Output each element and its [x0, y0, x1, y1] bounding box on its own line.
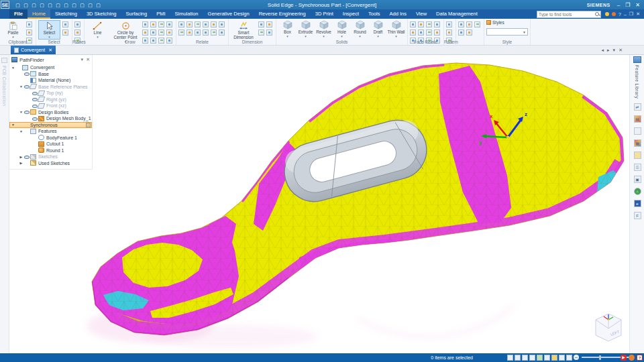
expand-arrow-icon[interactable]: ▶ [19, 161, 23, 165]
visibility-eye-icon[interactable] [15, 65, 22, 70]
item-features[interactable]: ▼ Features [9, 128, 92, 135]
help-icon[interactable]: ? [637, 355, 643, 361]
zoom-icon[interactable] [522, 355, 528, 361]
help-icon[interactable]: ? [619, 12, 621, 17]
item-right-yz-[interactable]: Right (yz) [9, 97, 92, 103]
sketch-view-icon[interactable] [551, 355, 557, 361]
visibility-eye-icon[interactable] [23, 71, 30, 76]
status-orange-icon[interactable] [612, 12, 616, 16]
offset-face-icon[interactable] [434, 21, 440, 27]
item-top-xy-[interactable]: Top (xy) [9, 90, 92, 97]
style-dropdown[interactable]: ▼ [486, 28, 528, 36]
offset-icon[interactable] [166, 21, 172, 27]
point-icon[interactable] [142, 29, 148, 36]
visibility-eye-icon[interactable] [23, 129, 30, 134]
item-revolve[interactable]: Revolve▾ [315, 20, 333, 40]
dropdown-icon[interactable]: ▢ [23, 2, 29, 8]
view-overrides-icon[interactable] [559, 355, 565, 361]
sync-toggle-icon[interactable]: ▢ [95, 2, 101, 8]
print-icon[interactable]: ▢ [47, 2, 53, 8]
rotate-view-icon[interactable] [544, 355, 550, 361]
key-icon[interactable]: ⚿ [634, 164, 641, 171]
theme-icon[interactable]: ▢ [71, 2, 77, 8]
rigid-set-icon[interactable] [211, 29, 217, 36]
web-icon[interactable]: e [634, 200, 641, 207]
parallel-icon[interactable] [178, 29, 184, 36]
visibility-eye-icon[interactable] [23, 154, 30, 160]
select-options-icon[interactable] [62, 21, 68, 27]
mesh-model[interactable]: x z y LEFT [9, 55, 629, 353]
multi-body-publish-icon[interactable] [474, 21, 480, 27]
fit-view-icon[interactable] [529, 355, 535, 361]
item-home[interactable]: Home [28, 9, 50, 19]
expand-arrow-icon[interactable]: ▼ [19, 129, 23, 133]
body-orange-icon[interactable] [458, 29, 464, 36]
zoom-area-icon[interactable] [515, 355, 521, 361]
collinear-icon[interactable] [203, 29, 209, 36]
concentric-face-icon[interactable] [410, 29, 416, 36]
command-finder[interactable] [537, 11, 601, 18]
app-icon[interactable]: SE [1, 1, 9, 9]
search-input[interactable] [539, 12, 595, 17]
callout-icon[interactable]: ▤ [634, 115, 641, 123]
item-view[interactable]: View [411, 9, 431, 19]
item-file[interactable]: File [9, 9, 28, 19]
expand-arrow-icon[interactable]: ▼ [19, 110, 23, 114]
zoom-out-icon[interactable]: – [574, 355, 579, 360]
document-tab-convergent[interactable]: Convergent ✕ [11, 46, 56, 54]
paste-button[interactable]: Paste▾ [2, 20, 24, 40]
item-generative-design[interactable]: Generative Design [203, 9, 254, 19]
design-mesh-body[interactable] [76, 55, 629, 353]
item-hole[interactable]: Hole▾ [333, 20, 351, 40]
parallel-face-icon[interactable] [418, 21, 424, 27]
item-reverse-engineering[interactable]: Reverse Engineering [254, 9, 311, 19]
item-data-management[interactable]: Data Management [431, 9, 482, 19]
item-inspect[interactable]: Inspect [338, 9, 364, 19]
close-icon[interactable]: ✕ [635, 2, 640, 8]
add-body-icon[interactable] [458, 21, 464, 27]
angle-between-icon[interactable] [266, 21, 272, 27]
item-used-sketches[interactable]: ▶ Used Sketches [9, 160, 92, 167]
split-body-icon[interactable] [466, 21, 472, 27]
item-synchronous[interactable]: ▼ Synchronous [9, 122, 92, 129]
curve-icon[interactable] [158, 21, 164, 27]
item-bodyfeature-1[interactable]: BodyFeature 1 [9, 135, 92, 141]
item-base-reference-planes[interactable]: ▼ Base Reference Planes [9, 84, 92, 90]
close-tab-icon[interactable]: ✕ [48, 48, 52, 53]
visibility-eye-icon[interactable] [32, 135, 38, 140]
copy-icon[interactable] [26, 29, 32, 36]
expand-arrow-icon[interactable]: ▼ [11, 66, 15, 70]
styles-folder-icon[interactable] [566, 355, 572, 361]
item-box[interactable]: Box▾ [278, 20, 297, 40]
visibility-eye-icon[interactable] [15, 122, 22, 127]
item-design-bodies[interactable]: ▼ Design Bodies [9, 109, 92, 116]
new-document-icon[interactable]: ▢ [15, 2, 21, 8]
smart-dimension-button[interactable]: Smart Dimension [231, 20, 256, 40]
pan-icon[interactable] [537, 355, 543, 361]
item-base[interactable]: Base [9, 71, 92, 78]
visibility-eye-icon[interactable] [32, 147, 38, 153]
minimize-icon[interactable]: – [617, 2, 620, 8]
open-folder-icon[interactable]: ▢ [31, 2, 37, 8]
view-cube[interactable]: LEFT [596, 314, 621, 341]
horizontal-vertical-icon[interactable] [186, 21, 193, 27]
line-button[interactable]: Line▾ [87, 20, 109, 40]
pcb-collaboration-tab[interactable]: PCB Collaboration [0, 55, 9, 106]
visibility-eye-icon[interactable] [32, 116, 38, 121]
collaboration-icon[interactable]: ⇄ [634, 103, 641, 111]
record-icon[interactable] [629, 355, 635, 361]
perpendicular-icon[interactable] [186, 29, 193, 36]
coplanar-icon[interactable] [410, 21, 416, 27]
fillet-icon[interactable] [150, 29, 156, 36]
3d-viewport[interactable]: x z y LEFT [9, 55, 629, 353]
connect-icon[interactable] [178, 21, 184, 27]
command-prompt-icon[interactable] [507, 355, 513, 361]
zoom-slider-thumb[interactable] [599, 355, 601, 360]
item-front-xz-[interactable]: Front (xz) [9, 103, 92, 109]
item-tools[interactable]: Tools [364, 9, 385, 19]
item-sketching[interactable]: Sketching [50, 9, 82, 19]
image-icon[interactable]: ▣ [634, 176, 641, 183]
close-icon[interactable]: ✕ [636, 11, 640, 17]
tab-menu-icon[interactable]: ▾ [613, 48, 616, 53]
clear-selection-icon[interactable] [62, 29, 68, 36]
